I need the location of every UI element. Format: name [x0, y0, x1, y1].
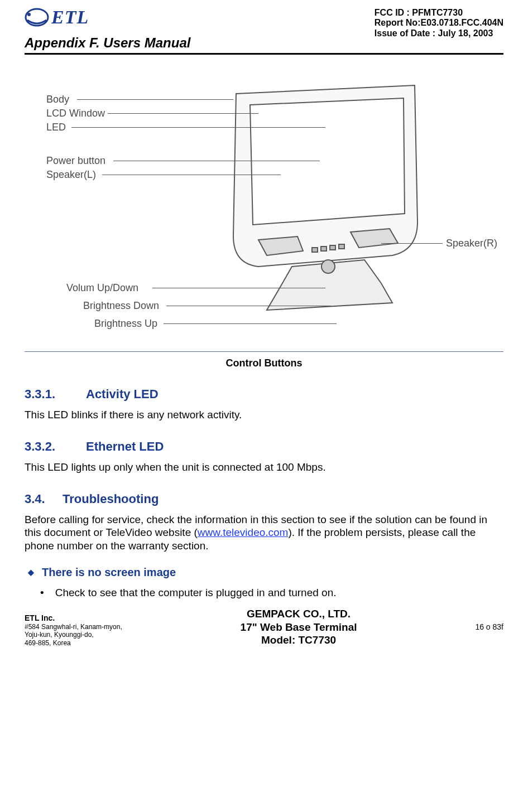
svg-point-1: [27, 13, 31, 16]
figure-rule: [25, 351, 503, 352]
callout-speaker-r: Speaker(R): [446, 238, 497, 249]
diamond-bullet-no-screen: ◆ There is no screen image: [28, 566, 503, 579]
footer-company: ETL Inc.: [25, 613, 122, 623]
figure-caption: Control Buttons: [25, 357, 503, 369]
footer-addr2: Yoju-kun, Kyounggi-do,: [25, 631, 122, 639]
heading-3-4: 3.4.Troubleshooting: [25, 492, 503, 506]
heading-number: 3.3.2.: [25, 439, 86, 454]
callout-lcd-window: LCD Window: [46, 108, 105, 119]
issue-date: Issue of Date : July 18, 2003: [375, 28, 503, 38]
footer-center2: 17" Web Base Terminal: [241, 621, 357, 634]
callout-bright-up: Brightness Up: [94, 318, 157, 330]
svg-rect-3: [321, 246, 327, 251]
footer-center3: Model: TC7730: [241, 634, 357, 647]
paragraph-3-3-1: This LED blinks if there is any network …: [25, 408, 503, 422]
heading-number: 3.3.1.: [25, 387, 86, 402]
callout-led: LED: [46, 122, 66, 133]
control-buttons-figure: Body LCD Window LED Power button Speaker…: [25, 77, 503, 341]
footer-center1: GEMPACK CO., LTD.: [241, 607, 357, 621]
diamond-icon: ◆: [28, 568, 34, 577]
callout-bright-down: Brightness Down: [83, 300, 159, 312]
callout-power-button: Power button: [46, 155, 105, 167]
report-no: Report No:E03.0718.FCC.404N: [375, 18, 503, 28]
callout-body: Body: [46, 94, 69, 105]
heading-number: 3.4.: [25, 492, 63, 506]
callout-volume: Volum Up/Down: [66, 282, 138, 294]
svg-rect-2: [312, 248, 318, 252]
footer-page-number: 16 o 83f: [475, 622, 503, 647]
paragraph-3-4: Before calling for service, check the in…: [25, 513, 503, 553]
heading-text: Ethernet LED: [86, 439, 164, 453]
svg-point-6: [321, 260, 335, 273]
logo-text: ETL: [51, 7, 89, 28]
header-meta: FCC ID : PFMTC7730 Report No:E03.0718.FC…: [375, 8, 503, 38]
logo: ETL: [25, 7, 89, 28]
televideo-link[interactable]: www.televideo.com: [198, 526, 289, 538]
etl-logo-icon: [25, 7, 49, 27]
title-rule: [25, 53, 503, 55]
footer-center: GEMPACK CO., LTD. 17" Web Base Terminal …: [241, 607, 357, 647]
svg-rect-4: [330, 245, 335, 250]
page-footer: ETL Inc. #584 Sangwhal-ri, Kanam-myon, Y…: [25, 607, 503, 647]
footer-addr3: 469-885, Korea: [25, 639, 122, 647]
heading-text: Troubleshooting: [63, 492, 159, 506]
bullet-text: Check to see that the computer is plugge…: [55, 587, 337, 599]
footer-left: ETL Inc. #584 Sangwhal-ri, Kanam-myon, Y…: [25, 613, 122, 647]
svg-rect-5: [339, 244, 344, 249]
fcc-id: FCC ID : PFMTC7730: [375, 8, 503, 18]
monitor-illustration: [214, 83, 437, 322]
paragraph-3-3-2: This LED lights up only when the unit is…: [25, 461, 503, 474]
heading-3-3-1: 3.3.1.Activity LED: [25, 387, 503, 402]
footer-addr1: #584 Sangwhal-ri, Kanam-myon,: [25, 623, 122, 631]
bullet-check-plugged: • Check to see that the computer is plug…: [40, 587, 503, 599]
heading-3-3-2: 3.3.2.Ethernet LED: [25, 439, 503, 454]
callout-speaker-l: Speaker(L): [46, 169, 96, 181]
diamond-text: There is no screen image: [42, 566, 176, 579]
bullet-icon: •: [40, 587, 44, 599]
heading-text: Activity LED: [86, 387, 159, 401]
